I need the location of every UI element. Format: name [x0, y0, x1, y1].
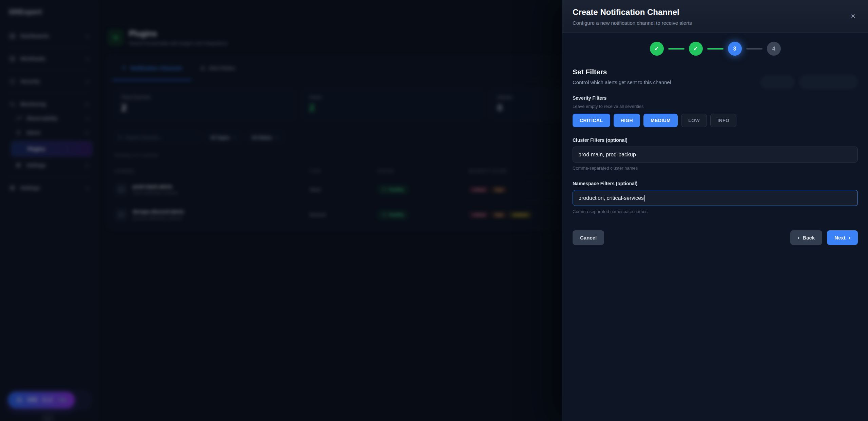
step-2-complete: ✓: [689, 42, 703, 56]
severity-info-button[interactable]: INFO: [710, 114, 736, 127]
severity-low-button[interactable]: LOW: [681, 114, 707, 127]
severity-critical-button[interactable]: CRITICAL: [573, 114, 610, 127]
namespace-filters-hint: Comma-separated namespace names: [573, 209, 858, 214]
input-value: production, critical-services: [578, 195, 644, 201]
drawer-title: Create Notification Channel: [573, 7, 858, 17]
step-connector: [746, 48, 763, 50]
cancel-button[interactable]: Cancel: [573, 230, 604, 245]
drawer-header: Create Notification Channel Configure a …: [562, 0, 868, 33]
severity-filters-label: Severity Filters: [573, 95, 858, 101]
check-icon: ✓: [693, 45, 698, 52]
chevron-right-icon: ›: [849, 235, 850, 241]
next-button[interactable]: Next ›: [827, 230, 858, 245]
wizard-stepper: ✓ ✓ 3 4: [573, 42, 858, 56]
namespace-filters-input[interactable]: production, critical-services: [573, 190, 858, 206]
severity-medium-button[interactable]: MEDIUM: [643, 114, 678, 127]
text-caret: [644, 195, 645, 202]
step-3-current: 3: [728, 42, 742, 56]
severity-filters-hint: Leave empty to receive all severities: [573, 104, 858, 109]
cluster-filters-label: Cluster Filters (optional): [573, 137, 858, 143]
namespace-filters-label: Namespace Filters (optional): [573, 181, 858, 186]
background-bleed-shape: [760, 75, 795, 89]
step-1-complete: ✓: [650, 42, 664, 56]
chevron-left-icon: ‹: [798, 235, 799, 241]
severity-high-button[interactable]: HIGH: [614, 114, 640, 127]
cluster-filters-hint: Comma-separated cluster names: [573, 166, 858, 171]
step-4-upcoming: 4: [767, 42, 781, 56]
close-button[interactable]: ✕: [848, 11, 859, 22]
step-connector: [668, 48, 684, 50]
check-icon: ✓: [654, 45, 659, 52]
drawer-subtitle: Configure a new notification channel to …: [573, 20, 858, 26]
drawer-body: ✓ ✓ 3 4 Set Filters Control which alerts…: [562, 42, 868, 245]
close-icon: ✕: [850, 13, 855, 20]
back-button[interactable]: ‹ Back: [790, 230, 822, 245]
step-connector: [707, 48, 724, 50]
create-channel-drawer: Create Notification Channel Configure a …: [562, 0, 868, 421]
drawer-footer: Cancel ‹ Back Next ›: [573, 230, 858, 245]
input-value: prod-main, prod-backup: [578, 152, 636, 158]
background-bleed-shape: [799, 74, 858, 90]
cluster-filters-input[interactable]: prod-main, prod-backup: [573, 147, 858, 162]
severity-options: CRITICAL HIGH MEDIUM LOW INFO: [573, 114, 858, 127]
